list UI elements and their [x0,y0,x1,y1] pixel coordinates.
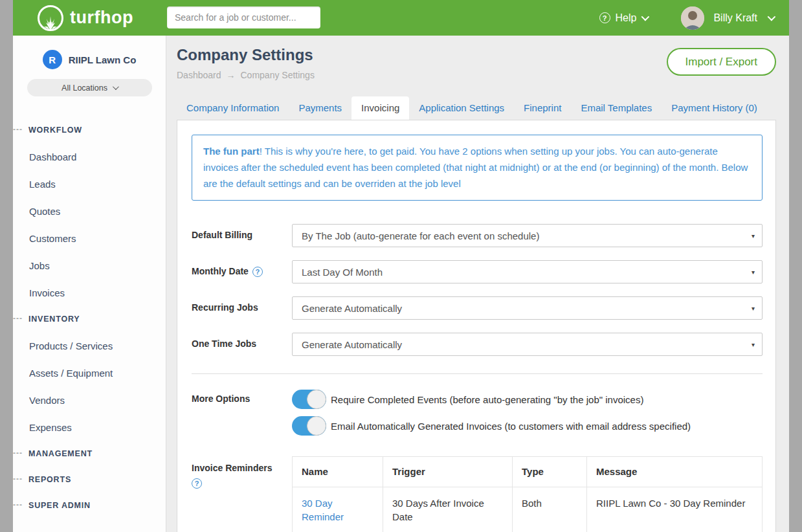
require-completed-events-toggle[interactable] [292,390,326,409]
import-export-button[interactable]: Import / Export [667,48,776,76]
desktop-background-right [789,0,802,532]
sidebar-section-management[interactable]: --- MANAGEMENT [13,441,166,467]
more-options-toggles: Require Completed Events (before auto-ge… [292,390,691,436]
help-menu[interactable]: ? Help [599,12,648,24]
section-dashes-icon: --- [13,474,23,483]
tab-email-templates[interactable]: Email Templates [571,96,662,120]
company-name: RIIPL Lawn Co [69,54,137,65]
tab-application-settings[interactable]: Application Settings [409,96,514,120]
section-dashes-icon: --- [13,314,23,323]
company-badge-icon: R [43,50,62,69]
require-completed-events-row: Require Completed Events (before auto-ge… [292,390,691,409]
desktop-background-left [0,0,13,532]
default-billing-label: Default Billing [192,224,292,247]
column-header-type: Type [513,457,587,487]
sidebar-item-expenses[interactable]: Expenses [13,414,166,441]
section-label: SUPER ADMIN [28,501,91,510]
select-caret-icon: ▾ [752,269,755,276]
section-label: WORKFLOW [28,126,82,135]
chevron-down-icon[interactable] [768,13,776,21]
sidebar-item-quotes[interactable]: Quotes [13,197,166,225]
intro-text: ! This is why you're here, to get paid. … [203,146,748,189]
brand-name: turfhop [70,8,133,28]
sidebar-section-reports[interactable]: --- REPORTS [13,467,166,493]
email-generated-invoices-toggle[interactable] [292,416,326,436]
invoice-reminders-label: Invoice Reminders ? [192,456,292,532]
default-billing-value: By The Job (auto-generate for each event… [302,230,539,241]
company-switcher[interactable]: R RIIPL Lawn Co [13,50,166,69]
monthly-date-value: Last Day Of Month [302,267,383,278]
recurring-jobs-value: Generate Automatically [302,303,402,314]
sidebar-section-workflow[interactable]: --- WORKFLOW [13,117,166,143]
one-time-jobs-select[interactable]: Generate Automatically ▾ [292,333,763,356]
invoice-reminders-label-text: Invoice Reminders [192,463,273,473]
reminder-name-link[interactable]: 30 Day Reminder [293,487,383,532]
invoice-reminders-table: Name Trigger Type Message 30 Day Reminde… [292,456,763,532]
default-billing-row: Default Billing By The Job (auto-generat… [192,224,763,247]
sidebar-section-super-admin[interactable]: --- SUPER ADMIN [13,493,166,518]
sidebar-section-inventory[interactable]: --- INVENTORY [13,306,166,332]
tab-company-information[interactable]: Company Information [177,96,289,120]
recurring-jobs-row: Recurring Jobs Generate Automatically ▾ [192,296,763,320]
invoicing-panel: The fun part! This is why you're here, t… [177,120,776,532]
brand-logo[interactable]: turfhop [38,0,133,36]
monthly-date-row: Monthly Date ? Last Day Of Month ▾ [192,260,763,283]
sidebar-item-dashboard[interactable]: Dashboard [13,143,166,170]
sidebar-item-assets-equipment[interactable]: Assets / Equipment [13,359,166,386]
sidebar-item-products-services[interactable]: Products / Services [13,332,166,359]
help-question-icon: ? [599,12,610,23]
section-label: INVENTORY [28,315,80,324]
chevron-down-icon [113,83,119,90]
sidebar-item-leads[interactable]: Leads [13,170,166,197]
breadcrumb-arrow-icon: → [227,70,236,80]
section-label: MANAGEMENT [28,449,93,458]
location-selector[interactable]: All Locations [27,79,152,96]
sidebar-item-customers[interactable]: Customers [13,225,166,252]
default-billing-select[interactable]: By The Job (auto-generate for each event… [292,224,763,247]
sidebar-item-vendors[interactable]: Vendors [13,386,166,414]
monthly-date-help-icon[interactable]: ? [252,267,263,277]
tab-payment-history[interactable]: Payment History (0) [662,96,767,120]
section-label: REPORTS [28,475,71,484]
search-input[interactable] [167,6,320,28]
column-header-message: Message [587,457,763,487]
monthly-date-label-text: Monthly Date [192,266,249,276]
top-navbar: turfhop ? Help Billy Kraft [13,0,789,36]
turfhop-grass-icon [38,5,63,31]
email-generated-invoices-row: Email Automatically Generated Invoices (… [292,416,691,436]
reminder-message: RIIPL Lawn Co - 30 Day Reminder [587,487,763,532]
tab-payments[interactable]: Payments [289,96,351,120]
main-content: Company Settings Dashboard → Company Set… [166,36,789,532]
column-header-trigger: Trigger [383,457,513,487]
toggle-knob [307,390,326,409]
sidebar-item-jobs[interactable]: Jobs [13,252,166,279]
section-dashes-icon: --- [13,449,23,458]
sidebar: R RIIPL Lawn Co All Locations --- WORKFL… [13,36,166,532]
intro-info-box: The fun part! This is why you're here, t… [192,135,763,201]
app-window: turfhop ? Help Billy Kraft R [13,0,789,532]
monthly-date-select[interactable]: Last Day Of Month ▾ [292,260,763,283]
more-options-label: More Options [192,390,292,436]
sidebar-nav: --- WORKFLOW Dashboard Leads Quotes Cust… [13,117,166,518]
toggle-knob [307,416,326,436]
monthly-date-label: Monthly Date ? [192,260,292,283]
table-header-row: Name Trigger Type Message [293,457,763,487]
avatar[interactable] [681,6,704,30]
tab-invoicing[interactable]: Invoicing [351,96,409,120]
breadcrumb-dashboard[interactable]: Dashboard [177,70,221,80]
user-name[interactable]: Billy Kraft [713,12,757,24]
invoice-reminders-help-icon[interactable]: ? [192,478,202,489]
intro-bold-text: The fun part [203,146,260,157]
chevron-down-icon [641,13,650,21]
recurring-jobs-select[interactable]: Generate Automatically ▾ [292,296,763,320]
reminder-trigger: 30 Days After Invoice Date [383,487,513,532]
sidebar-item-invoices[interactable]: Invoices [13,279,166,306]
more-options-row: More Options Require Completed Events (b… [192,390,763,436]
table-row: 30 Day Reminder 30 Days After Invoice Da… [293,487,763,532]
select-caret-icon: ▾ [752,232,755,239]
settings-tabs: Company Information Payments Invoicing A… [177,96,776,120]
header-right-group: ? Help Billy Kraft [599,0,774,36]
tab-fineprint[interactable]: Fineprint [514,96,571,120]
select-caret-icon: ▾ [752,341,755,348]
one-time-jobs-value: Generate Automatically [302,339,402,350]
